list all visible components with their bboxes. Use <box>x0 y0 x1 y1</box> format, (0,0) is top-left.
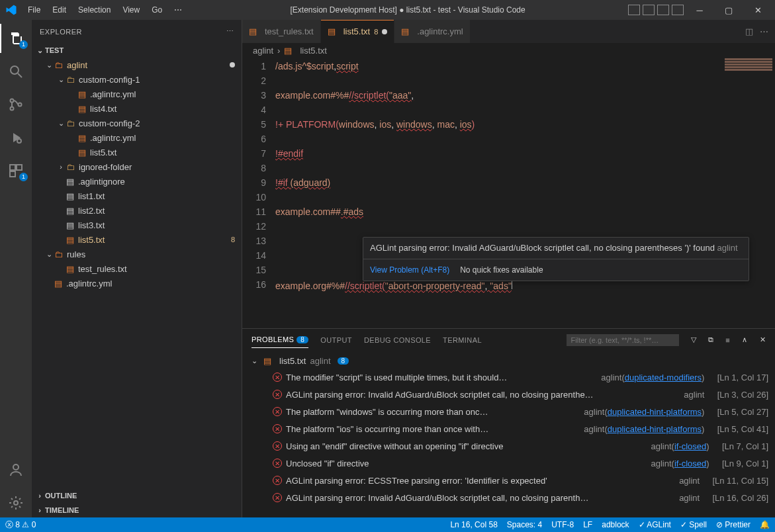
problem-row[interactable]: ✕Using an "endif" directive without an o… <box>249 437 768 455</box>
tree-folder[interactable]: ⌄🗀aglint <box>32 58 242 72</box>
activity-extensions-icon[interactable]: 1 <box>0 156 32 185</box>
activity-debug-icon[interactable] <box>0 123 32 152</box>
tree-folder[interactable]: ›🗀ignored-folder <box>32 159 242 174</box>
tree-file[interactable]: ▤.aglintrc.yml <box>32 276 242 290</box>
layout-icon[interactable] <box>672 5 684 15</box>
menu-edit[interactable]: Edit <box>47 3 71 17</box>
file-icon: ▤ <box>401 26 409 36</box>
file-icon: ▤ <box>263 356 271 366</box>
outline-header[interactable]: ›OUTLINE <box>32 488 242 503</box>
tree-folder[interactable]: ⌄🗀custom-config-2 <box>32 116 242 130</box>
filter-icon[interactable]: ▽ <box>691 335 696 344</box>
svg-line-1 <box>18 73 22 77</box>
code-content[interactable]: /ads.js^$script,script example.com#%#//s… <box>275 58 775 328</box>
tree-file[interactable]: ▤list5.txt <box>32 145 242 159</box>
problem-row[interactable]: ✕The platform "ios" is occurring more th… <box>249 420 768 437</box>
problem-row[interactable]: ✕AGLint parsing error: Invalid AdGuard/u… <box>249 386 768 403</box>
status-cursor[interactable]: Ln 16, Col 58 <box>450 520 497 529</box>
editor-body[interactable]: 12345678910111213141516 /ads.js^$script,… <box>242 58 775 328</box>
dirty-dot-icon <box>382 29 387 34</box>
svg-point-4 <box>19 103 22 107</box>
scroll-up-icon[interactable]: ∧ <box>742 335 747 344</box>
split-editor-icon[interactable]: ◫ <box>745 26 753 36</box>
problem-row[interactable]: ✕The modifier "script" is used multiple … <box>249 369 768 386</box>
timeline-header[interactable]: ›TIMELINE <box>32 503 242 517</box>
activity-account-icon[interactable] <box>0 455 32 484</box>
status-prettier[interactable]: ⊘ Prettier <box>716 520 751 529</box>
status-spaces[interactable]: Spaces: 4 <box>507 520 542 529</box>
tree-folder[interactable]: ⌄🗀rules <box>32 247 242 261</box>
status-errors[interactable]: ⓧ 8 ⚠ 0 <box>5 519 36 531</box>
layout-buttons <box>628 5 684 15</box>
menu-file[interactable]: File <box>23 3 46 17</box>
line-gutter: 12345678910111213141516 <box>242 58 275 328</box>
panel-problems-tab[interactable]: PROBLEMS8 <box>251 332 308 348</box>
problems-filter-input[interactable] <box>567 334 679 346</box>
activity-badge: 1 <box>19 173 28 181</box>
tab-test-rules[interactable]: ▤test_rules.txt <box>242 20 321 43</box>
menu-go[interactable]: Go <box>146 3 167 17</box>
minimap[interactable] <box>722 58 775 91</box>
svg-point-10 <box>14 501 18 505</box>
layout-icon[interactable] <box>657 5 669 15</box>
tree-file[interactable]: ▤list4.txt <box>32 101 242 116</box>
menu-view[interactable]: View <box>117 3 145 17</box>
tab-aglintrc[interactable]: ▤.aglintrc.yml <box>394 20 470 43</box>
vscode-logo-icon <box>5 4 17 16</box>
panel-debug-tab[interactable]: DEBUG CONSOLE <box>364 332 431 348</box>
problem-row[interactable]: ✕The platform "windows" is occurring mor… <box>249 403 768 420</box>
activity-settings-icon[interactable] <box>0 488 32 517</box>
file-tree: ⌄🗀aglint⌄🗀custom-config-1▤.aglintrc.yml▤… <box>32 58 242 488</box>
problems-file-row[interactable]: ⌄▤ list5.txt aglint 8 <box>249 353 768 369</box>
panel-output-tab[interactable]: OUTPUT <box>320 332 352 348</box>
window-close-icon[interactable]: ✕ <box>746 1 770 19</box>
tree-file[interactable]: ▤.aglintrc.yml <box>32 130 242 145</box>
tree-file[interactable]: ▤list2.txt <box>32 203 242 218</box>
explorer-sidebar: EXPLORER⋯ ⌄TEST ⌄🗀aglint⌄🗀custom-config-… <box>32 20 242 517</box>
status-language[interactable]: adblock <box>602 520 629 529</box>
tree-file[interactable]: ▤.aglintrc.yml <box>32 87 242 101</box>
panel-close-icon[interactable]: ✕ <box>760 335 766 344</box>
menu-selection[interactable]: Selection <box>73 3 116 17</box>
tree-folder[interactable]: ⌄🗀custom-config-1 <box>32 72 242 87</box>
activity-scm-icon[interactable] <box>0 90 32 119</box>
project-header[interactable]: ⌄TEST <box>32 43 242 58</box>
tree-file[interactable]: ▤list5.txt8 <box>32 232 242 247</box>
status-encoding[interactable]: UTF-8 <box>551 520 574 529</box>
explorer-more-icon[interactable]: ⋯ <box>226 27 234 36</box>
tree-file[interactable]: ▤list1.txt <box>32 189 242 203</box>
problem-row[interactable]: ✕Unclosed "if" directiveaglint(if-closed… <box>249 455 768 472</box>
activity-search-icon[interactable] <box>0 57 32 86</box>
diagnostic-hover: AGLint parsing error: Invalid AdGuard/uB… <box>363 237 749 281</box>
tab-list5[interactable]: ▤list5.txt8 <box>321 20 395 43</box>
window-maximize-icon[interactable]: ▢ <box>717 1 741 19</box>
status-bell-icon[interactable]: 🔔 <box>760 520 770 529</box>
menu-more-icon[interactable]: ⋯ <box>169 3 187 17</box>
breadcrumb[interactable]: aglint›▤list5.txt <box>242 43 775 58</box>
layout-icon[interactable] <box>628 5 640 15</box>
titlebar: File Edit Selection View Go ⋯ [Extension… <box>0 0 775 20</box>
window-minimize-icon[interactable]: ─ <box>688 1 711 19</box>
tree-file[interactable]: ▤test_rules.txt <box>32 261 242 276</box>
problem-row[interactable]: ✕AGLint parsing error: Invalid AdGuard/u… <box>249 489 768 506</box>
status-spell[interactable]: ✓ Spell <box>680 520 707 529</box>
explorer-title: EXPLORER <box>40 28 82 36</box>
file-icon: ▤ <box>328 26 336 36</box>
view-mode-icon[interactable]: ≡ <box>725 336 730 344</box>
problem-row[interactable]: ✕AGLint parsing error: ECSSTree parsing … <box>249 472 768 489</box>
tree-file[interactable]: ▤.aglintignore <box>32 174 242 189</box>
view-problem-link[interactable]: View Problem (Alt+F8) <box>370 263 449 277</box>
editor-more-icon[interactable]: ⋯ <box>760 26 768 36</box>
svg-rect-7 <box>17 165 22 170</box>
svg-point-2 <box>11 99 14 103</box>
status-eol[interactable]: LF <box>583 520 592 529</box>
no-quick-fixes-label: No quick fixes available <box>460 263 543 277</box>
status-aglint[interactable]: ✓ AGLint <box>639 520 671 529</box>
problems-body: ⌄▤ list5.txt aglint 8 ✕The modifier "scr… <box>242 351 775 517</box>
panel-terminal-tab[interactable]: TERMINAL <box>443 332 482 348</box>
collapse-all-icon[interactable]: ⧉ <box>708 335 713 344</box>
layout-icon[interactable] <box>643 5 655 15</box>
window-title: [Extension Development Host] ● list5.txt… <box>187 5 628 15</box>
activity-explorer-icon[interactable]: 1 <box>0 24 32 53</box>
tree-file[interactable]: ▤list3.txt <box>32 218 242 232</box>
